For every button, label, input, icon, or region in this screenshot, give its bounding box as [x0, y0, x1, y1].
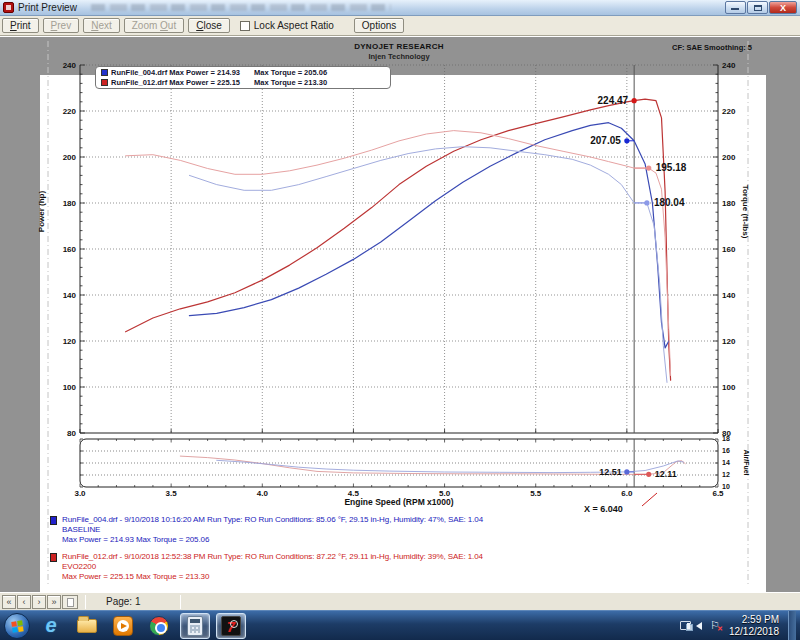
run-name: BASELINE — [62, 525, 610, 535]
cursor-readout: X = 6.040 — [584, 504, 623, 514]
print-button[interactable]: Print — [2, 18, 39, 33]
statusbar-divider — [85, 595, 86, 609]
window-title: Print Preview — [18, 2, 77, 13]
last-page-button[interactable]: » — [47, 595, 61, 609]
action-center-flag-icon[interactable]: ⚐✕ — [710, 619, 720, 632]
system-tray: ⚐✕ 2:59 PM 12/12/2018 — [680, 611, 796, 640]
title-bar: Print Preview X — [0, 0, 800, 16]
clock-time: 2:59 PM — [729, 614, 779, 626]
windows-taskbar: e 7 ⚐✕ 2:59 PM 12/12/2018 — [0, 610, 800, 640]
close-button[interactable]: Close — [188, 18, 230, 33]
legend-torque: Max Torque = 205.06 — [254, 68, 327, 77]
lock-aspect-ratio-checkbox[interactable]: Lock Aspect Ratio — [240, 20, 334, 31]
media-player-icon — [113, 616, 133, 636]
show-desktop-button[interactable] — [788, 611, 796, 640]
run-entry-evo2200: RunFile_012.drf - 9/10/2018 12:52:38 PM … — [50, 552, 610, 582]
chart-subtitle: Injen Technology — [199, 52, 599, 61]
minimize-button[interactable] — [725, 1, 746, 14]
legend-swatch-blue — [101, 69, 108, 76]
run-details: RunFile_004.drf - 9/10/2018 10:16:20 AM … — [50, 515, 610, 589]
clock-date: 12/12/2018 — [729, 626, 779, 638]
internet-explorer-icon: e — [45, 614, 56, 637]
checkbox-label: Lock Aspect Ratio — [254, 20, 334, 31]
legend-label: RunFile_004.drf Max Power = 214.93 — [111, 68, 240, 77]
run-swatch-red — [50, 553, 57, 562]
legend-row-baseline: RunFile_004.drf Max Power = 214.93 Max T… — [101, 68, 385, 77]
legend-label: RunFile_012.drf Max Power = 225.15 — [111, 78, 240, 87]
taskbar-item-file-explorer[interactable] — [72, 613, 102, 639]
af-axis-title: Air/Fuel — [743, 421, 750, 505]
folder-icon — [77, 619, 97, 633]
run-line1: RunFile_004.drf - 9/10/2018 10:16:20 AM … — [62, 515, 610, 525]
taskbar-item-internet-explorer[interactable]: e — [36, 613, 66, 639]
next-page-button[interactable]: › — [32, 595, 46, 609]
taskbar-item-chrome[interactable] — [144, 613, 174, 639]
print-preview-window: Print Preview X PrintPrevNextZoom OutClo… — [0, 0, 800, 640]
start-button[interactable] — [4, 613, 30, 639]
run-max-line: Max Power = 214.93 Max Torque = 205.06 — [62, 535, 610, 545]
legend-swatch-red — [101, 79, 108, 86]
chrome-icon — [149, 616, 169, 636]
maximize-button[interactable] — [747, 1, 768, 14]
x-axis-title: Engine Speed (RPM x1000) — [279, 497, 519, 507]
zoom-out-button: Zoom Out — [124, 18, 184, 33]
options-button[interactable]: Options — [354, 18, 404, 33]
status-bar: «‹›» Page: 1 — [0, 592, 800, 610]
close-window-button[interactable]: X — [769, 1, 797, 14]
first-page-button[interactable]: « — [2, 595, 16, 609]
blurred-document-path — [91, 4, 391, 11]
dynojet-app-icon: 7 — [221, 616, 241, 636]
taskbar-item-dynojet[interactable]: 7 — [216, 613, 246, 639]
taskbar-item-calculator[interactable] — [180, 613, 210, 639]
volume-icon[interactable] — [696, 622, 702, 630]
app-icon — [3, 2, 14, 13]
page-thumbnail-button[interactable] — [62, 595, 78, 609]
legend-row-evo2200: RunFile_012.drf Max Power = 225.15 Max T… — [101, 78, 385, 87]
power-axis-title: Power (hp) — [37, 170, 46, 254]
prev-page-button[interactable]: ‹ — [17, 595, 31, 609]
run-swatch-blue — [50, 516, 57, 525]
run-max-line: Max Power = 225.15 Max Torque = 213.30 — [62, 572, 610, 582]
toolbar-buttons: PrintPrevNextZoom OutClose — [2, 18, 230, 33]
prev-button: Prev — [43, 18, 80, 33]
page-nav-buttons: «‹›» — [2, 595, 62, 609]
run-entry-baseline: RunFile_004.drf - 9/10/2018 10:16:20 AM … — [50, 515, 610, 545]
page-number-label: Page: 1 — [106, 596, 140, 607]
taskbar-item-media-player[interactable] — [108, 613, 138, 639]
checkbox-box[interactable] — [240, 21, 250, 31]
statusbar-divider — [180, 595, 181, 609]
run-name: EVO2200 — [62, 562, 610, 572]
legend-box: RunFile_004.drf Max Power = 214.93 Max T… — [95, 66, 391, 89]
smoothing-note: CF: SAE Smoothing: 5 — [600, 43, 752, 52]
taskbar-clock[interactable]: 2:59 PM 12/12/2018 — [729, 614, 779, 638]
toolbar: PrintPrevNextZoom OutClose Lock Aspect R… — [0, 16, 800, 36]
run-line1: RunFile_012.drf - 9/10/2018 12:52:38 PM … — [62, 552, 610, 562]
calculator-icon — [187, 616, 203, 636]
chart-title: DYNOJET RESEARCH — [199, 42, 599, 51]
torque-axis-title: Torque (ft-lbs) — [741, 170, 750, 254]
preview-area — [0, 36, 800, 592]
next-button: Next — [83, 18, 120, 33]
legend-torque: Max Torque = 213.30 — [254, 78, 327, 87]
